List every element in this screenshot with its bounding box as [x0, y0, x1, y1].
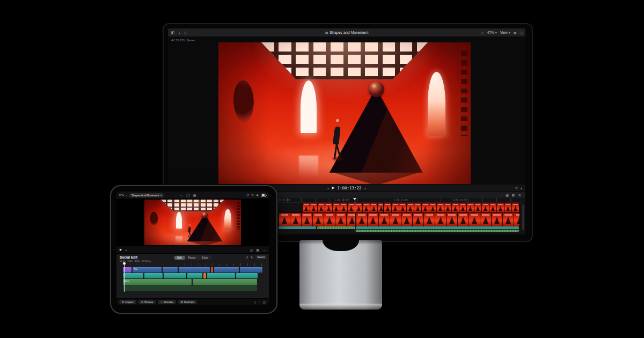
grid-icon[interactable]: ▦ [514, 31, 517, 34]
playhead[interactable] [355, 198, 355, 232]
clip-frame-thumbnail [474, 203, 481, 212]
clip-frame-thumbnail [480, 213, 491, 226]
timeline-scrollbar[interactable] [522, 204, 524, 230]
clip-frame-thumbnail [469, 213, 480, 226]
viewer-canvas [218, 42, 471, 184]
add-icon[interactable]: ⊕ [256, 194, 259, 197]
stage: ◧ ↓ ◫ ▦ Shapes and Movement ◫ 47% ▾ View [0, 0, 644, 338]
playhead[interactable] [124, 263, 125, 292]
clip-frame-thumbnail [356, 213, 367, 226]
select-button[interactable]: Select [255, 255, 267, 259]
clip[interactable]: Title [133, 267, 162, 273]
clip-frame-thumbnail [424, 213, 435, 226]
redo-icon[interactable]: ↻ [251, 194, 254, 197]
appearance-icon[interactable]: ▦ [506, 194, 509, 197]
clip-frame-thumbnail [467, 203, 474, 212]
play-icon[interactable]: ▶ [120, 248, 122, 252]
snapping-icon[interactable]: ◩ [512, 194, 515, 197]
record-icon[interactable]: ◯ [186, 194, 190, 197]
loop-icon[interactable]: ↻ [515, 187, 518, 190]
chevron-down-icon[interactable]: ▾ [521, 187, 522, 190]
media-browser-icon[interactable]: ▭ [180, 194, 183, 197]
play-icon[interactable]: ▶ [332, 186, 334, 190]
connected-clip[interactable] [302, 203, 384, 213]
clip[interactable] [187, 273, 202, 278]
clip[interactable] [164, 273, 186, 278]
clip-frame-thumbnail [413, 213, 423, 226]
ipad-timeline-panel: Social Edit 00:15 · 1080 × 1920 · 23.98 … [116, 253, 269, 299]
clip-frame-thumbnail [324, 213, 335, 226]
vignette [218, 42, 471, 184]
ipad-transport-bar: ▶ « ◱ ▦ ⋯ [116, 246, 269, 253]
clip-frame-thumbnail [340, 203, 347, 212]
mac-top-toolbar: ◧ ↓ ◫ ▦ Shapes and Movement ◫ 47% ▾ View [168, 28, 525, 37]
zoom-menu[interactable]: 47% ▾ [487, 31, 497, 34]
mode-range[interactable]: Range [185, 256, 199, 260]
download-icon[interactable]: ↓ [258, 300, 260, 304]
project-menu[interactable]: Shapes And Movement ▾ [129, 193, 164, 197]
clip-frame-thumbnail [492, 213, 502, 226]
music-clip[interactable] [356, 230, 519, 232]
clip-frame-thumbnail [504, 203, 511, 212]
project-title-bar: ▦ Shapes and Movement [325, 28, 369, 36]
skip-back-icon[interactable]: « [327, 187, 329, 190]
browse-button[interactable]: ▤ Browse [138, 300, 156, 304]
more-icon[interactable]: ⋯ [262, 248, 266, 252]
import-icon[interactable]: ↓ [179, 31, 181, 34]
media-icon[interactable]: ◫ [184, 31, 187, 34]
skip-back-icon[interactable]: « [125, 248, 127, 252]
primary-clip[interactable] [356, 212, 520, 227]
audio-track: Music [116, 279, 269, 285]
status-time: 9:41 [119, 194, 124, 196]
clip[interactable] [236, 273, 258, 278]
connected-clip[interactable] [384, 203, 520, 213]
clip-frame-thumbnail [390, 213, 401, 226]
marker-icon[interactable]: ◦ [501, 194, 502, 197]
delete-icon[interactable]: ▯ [254, 300, 255, 304]
clapboard-icon: ▦ [325, 31, 328, 34]
clip[interactable] [211, 267, 213, 273]
audio-clip[interactable] [356, 226, 519, 229]
clip[interactable] [144, 273, 163, 278]
clip-frame-thumbnail [333, 203, 340, 212]
back-chevron-icon[interactable]: ‹ [126, 194, 127, 197]
fullscreen-icon[interactable]: ◱ [250, 248, 253, 252]
duplicate-icon[interactable]: ◫ [262, 300, 266, 304]
fullscreen-icon[interactable]: ◱ [519, 31, 523, 34]
viewer-panes-icon[interactable]: ◫ [481, 31, 484, 34]
clip[interactable] [240, 267, 262, 273]
clip[interactable] [207, 273, 235, 278]
clip[interactable] [203, 273, 206, 278]
audio-clip[interactable] [279, 226, 316, 229]
audio-clip[interactable] [317, 226, 355, 229]
sidebar-toggle-icon[interactable]: ◧ [171, 31, 175, 34]
clip[interactable] [163, 267, 178, 273]
view-menu[interactable]: View ▾ [500, 31, 510, 34]
primary-clip[interactable] [279, 212, 356, 227]
chevron-down-icon: ▾ [509, 31, 510, 34]
settings-icon[interactable]: ⚙ [518, 194, 521, 197]
ipad-timeline-ruler[interactable] [122, 263, 265, 266]
clip[interactable] [214, 267, 239, 273]
clip[interactable] [179, 267, 210, 273]
apps-icon[interactable]: ▦ [193, 194, 196, 197]
skip-forward-icon[interactable]: » [364, 187, 366, 190]
clip[interactable] [123, 286, 257, 291]
mode-edge[interactable]: Edge [199, 256, 211, 260]
clip[interactable] [123, 273, 143, 278]
multicam-button[interactable]: ▦ Multicam [178, 300, 197, 304]
clip[interactable]: Music [123, 279, 192, 285]
animate-button[interactable]: ◇ Animate [158, 300, 175, 304]
clip-frame-thumbnail [290, 213, 301, 226]
overlay-icon[interactable]: ▦ [256, 248, 259, 252]
redo-icon[interactable]: ↻ [251, 256, 253, 259]
inspect-button[interactable]: ◉ Inspect [119, 300, 136, 304]
browse-icon: ▤ [141, 301, 144, 304]
mode-edit[interactable]: Edit [174, 256, 185, 260]
clip-frame-thumbnail [355, 203, 362, 212]
undo-icon[interactable]: ↺ [246, 194, 249, 197]
clip[interactable] [193, 279, 257, 285]
clip-frame-thumbnail [318, 203, 325, 212]
clip-frame-thumbnail [447, 213, 457, 226]
undo-icon[interactable]: ↺ [246, 256, 248, 259]
